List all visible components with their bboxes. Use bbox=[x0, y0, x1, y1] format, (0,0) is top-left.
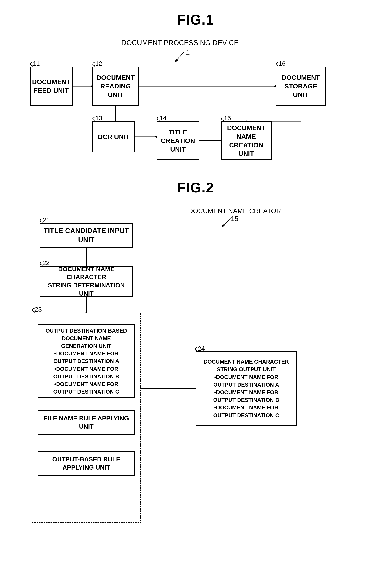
box-document-name-creation-unit: DOCUMENTNAMECREATION UNIT bbox=[221, 121, 272, 160]
svg-text:15: 15 bbox=[231, 215, 238, 222]
box-document-reading-unit: DOCUMENTREADINGUNIT bbox=[92, 67, 139, 106]
fig2-container: DOCUMENT NAME CREATOR 15 ς21 ς22 ς23 ς23… bbox=[20, 203, 371, 535]
box-title-candidate-input-unit: TITLE CANDIDATE INPUT UNIT bbox=[40, 223, 133, 248]
svg-text:ς24: ς24 bbox=[195, 345, 205, 352]
svg-line-25 bbox=[223, 219, 231, 226]
svg-marker-19 bbox=[219, 140, 221, 142]
svg-marker-13 bbox=[274, 85, 276, 87]
box-file-name-rule-applying-unit: FILE NAME RULE APPLYINGUNIT bbox=[38, 410, 135, 435]
svg-text:DOCUMENT PROCESSING DEVICE: DOCUMENT PROCESSING DEVICE bbox=[121, 39, 238, 47]
svg-line-2 bbox=[176, 52, 184, 61]
svg-text:ς13: ς13 bbox=[92, 115, 102, 122]
box-document-name-character-string-output-unit: DOCUMENT NAME CHARACTERSTRING OUTPUT UNI… bbox=[196, 352, 297, 426]
svg-text:ς11: ς11 bbox=[30, 60, 40, 67]
box-title-creation-unit: TITLECREATIONUNIT bbox=[157, 121, 199, 160]
box-document-feed-unit: DOCUMENTFEED UNIT bbox=[30, 67, 73, 106]
page: FIG.1 DOCUMENT PROCESSING DEVICE 1 ς11 ς… bbox=[0, 0, 391, 588]
svg-text:ς12: ς12 bbox=[92, 60, 102, 67]
svg-text:ς16: ς16 bbox=[276, 60, 286, 67]
box-output-destination-based-document-name-generation-unit: OUTPUT-DESTINATION-BASEDDOCUMENT NAMEGEN… bbox=[38, 324, 135, 398]
svg-marker-17 bbox=[155, 136, 157, 138]
box-ocr-unit: OCR UNIT bbox=[92, 121, 135, 152]
svg-text:DOCUMENT NAME CREATOR: DOCUMENT NAME CREATOR bbox=[188, 207, 281, 215]
fig1-container: DOCUMENT PROCESSING DEVICE 1 ς11 ς12 ς13… bbox=[20, 35, 371, 168]
svg-marker-3 bbox=[175, 59, 179, 62]
box-output-based-rule-applying-unit: OUTPUT-BASED RULEAPPLYING UNIT bbox=[38, 451, 135, 476]
fig1-title: FIG.1 bbox=[0, 0, 391, 28]
svg-text:ς15: ς15 bbox=[221, 115, 231, 122]
box-document-storage-unit: DOCUMENTSTORAGE UNIT bbox=[276, 67, 326, 106]
fig2-title: FIG.2 bbox=[0, 180, 391, 196]
svg-text:ς21: ς21 bbox=[40, 217, 50, 223]
svg-marker-26 bbox=[221, 224, 225, 227]
svg-marker-11 bbox=[90, 85, 92, 87]
svg-text:ς14: ς14 bbox=[157, 115, 167, 122]
svg-text:1: 1 bbox=[186, 49, 190, 57]
svg-text:ς23: ς23 bbox=[32, 306, 42, 313]
box-document-name-character-string-determination-unit: DOCUMENT NAME CHARACTERSTRING DETERMINAT… bbox=[40, 266, 133, 297]
